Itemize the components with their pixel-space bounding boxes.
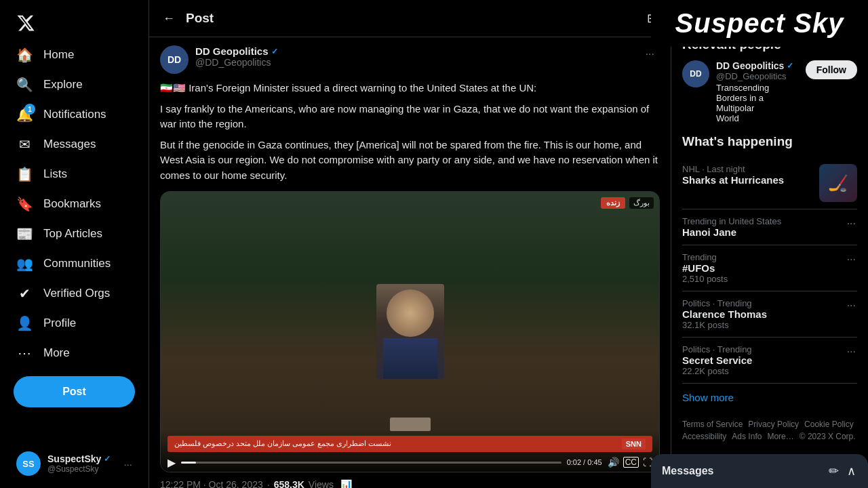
sidebar-item-verified-orgs[interactable]: ✔Verified Orgs [8, 279, 140, 308]
mute-icon[interactable]: 🔊 [608, 457, 619, 468]
post-text: 🇮🇷🇺🇸 Iran's Foreign Minister issued a di… [160, 81, 660, 183]
progress-bar[interactable] [181, 462, 561, 464]
post-meta: 12:22 PM · Oct 26, 2023 · 658.3K Views 📊 [160, 479, 660, 488]
sidebar-item-bookmarks[interactable]: 🔖Bookmarks [8, 189, 140, 219]
sidebar-user-handle: @SuspectSky [47, 464, 117, 474]
trend-item-clarence[interactable]: Politics · Trending Clarence Thomas 32.1… [682, 291, 857, 338]
footer-links: Terms of Service Privacy Policy Cookie P… [682, 411, 857, 449]
sidebar-item-label-lists: Lists [43, 167, 67, 181]
trend-more-secret[interactable]: ··· [846, 344, 857, 359]
messages-bar: Messages ✏ ∧ [651, 454, 868, 488]
relevant-avatar: DD [682, 60, 709, 87]
whats-happening-section: What's happening NHL · Last night Sharks… [682, 134, 857, 411]
author-verified-icon: ✓ [271, 47, 278, 56]
sidebar-user[interactable]: SS SuspectSky ✓ @SuspectSky ··· [8, 445, 140, 483]
trend-category-ufos: Trending [682, 252, 728, 262]
trend-name-nhl: Sharks at Hurricanes [682, 174, 784, 186]
relevant-bio: Transcending Borders in a Multipolar Wor… [716, 83, 799, 123]
trend-posts-secret: 22.2K posts [682, 366, 752, 376]
sidebar-item-messages[interactable]: ✉Messages [8, 129, 140, 159]
sidebar-item-label-verified-orgs: Verified Orgs [43, 287, 110, 300]
collapse-messages-button[interactable]: ∧ [846, 462, 857, 480]
post-line1: 🇮🇷🇺🇸 Iran's Foreign Minister issued a di… [160, 81, 660, 96]
profile-icon: 👤 [16, 315, 33, 331]
whats-happening-title: What's happening [682, 134, 857, 149]
cc-icon[interactable]: CC [623, 457, 639, 468]
trend-posts-ufos: 2,510 posts [682, 274, 728, 284]
verified-icon: ✓ [104, 454, 111, 464]
sidebar-item-profile[interactable]: 👤Profile [8, 308, 140, 338]
follow-button[interactable]: Follow [806, 60, 857, 79]
sidebar-item-home[interactable]: 🏠Home [8, 40, 140, 70]
trend-item-nhl[interactable]: NHL · Last night Sharks at Hurricanes 🏒 [682, 157, 857, 209]
footer-copyright: © 2023 X Corp. [800, 432, 856, 441]
play-button[interactable]: ▶ [167, 456, 176, 469]
post-para1: I say frankly to the Americans, who are … [160, 102, 660, 132]
footer-accessibility[interactable]: Accessibility [682, 432, 726, 441]
relevant-verified-icon: ✓ [787, 61, 793, 70]
channel-badge: بورگ [629, 197, 654, 209]
sidebar-item-label-messages: Messages [43, 138, 96, 151]
main-content: ← Post ⊞ DD DD Geopolitics ✓ @DD_Geopoli… [149, 0, 671, 488]
sidebar-item-label-explore: Explore [43, 78, 83, 92]
sidebar-item-explore[interactable]: 🔍Explore [8, 70, 140, 100]
trend-name-ufos: #UFOs [682, 262, 728, 274]
snn-badge: SNN [622, 439, 646, 449]
sidebar-item-label-top-articles: Top Articles [43, 227, 102, 241]
messages-icon: ✉ [16, 136, 33, 152]
top-articles-icon: 📰 [16, 226, 33, 242]
relevant-handle: @DD_Geopolitics [716, 71, 799, 81]
trend-name-hanoi: Hanoi Jane [682, 226, 781, 238]
communities-icon: 👥 [16, 256, 33, 272]
sidebar-item-more[interactable]: ⋯More [8, 338, 140, 368]
trend-more-ufos[interactable]: ··· [846, 252, 857, 267]
author-name: DD Geopolitics [195, 45, 269, 57]
sidebar-username: SuspectSky [47, 453, 101, 464]
progress-fill [181, 462, 196, 464]
post-author: DD DD Geopolitics ✓ @DD_Geopolitics ··· [160, 45, 660, 74]
footer-cookie[interactable]: Cookie Policy [804, 420, 854, 429]
footer-ads[interactable]: Ads Info [732, 432, 762, 441]
trend-category-hanoi: Trending in United States [682, 216, 781, 226]
sidebar-item-top-articles[interactable]: 📰Top Articles [8, 219, 140, 249]
sidebar-item-notifications[interactable]: 🔔1Notifications [8, 100, 140, 129]
sidebar-item-communities[interactable]: 👥Communities [8, 249, 140, 279]
trend-more-clarence[interactable]: ··· [846, 298, 857, 313]
show-more-link[interactable]: Show more [682, 384, 857, 411]
trend-item-ufos[interactable]: Trending #UFOs 2,510 posts ··· [682, 245, 857, 291]
trend-item-secret[interactable]: Politics · Trending Secret Service 22.2K… [682, 338, 857, 384]
views-count: 658.3K [274, 479, 304, 488]
trend-more-hanoi[interactable]: ··· [846, 216, 857, 231]
sidebar-item-lists[interactable]: 📋Lists [8, 159, 140, 189]
home-icon: 🏠 [16, 47, 33, 63]
sidebar-item-label-more: More [43, 346, 70, 360]
sidebar-item-label-home: Home [43, 48, 74, 62]
footer-more[interactable]: More… [767, 432, 793, 441]
suspect-sky-overlay: Suspect Sky [651, 0, 868, 47]
more-icon: ⋯ [16, 345, 33, 361]
trend-posts-clarence: 32.1K posts [682, 320, 767, 330]
back-button[interactable]: ← [160, 9, 178, 28]
suspect-sky-text: Suspect Sky [675, 8, 844, 39]
video-controls[interactable]: ▶ 0:02 / 0:45 🔊 CC ⛶ [167, 456, 652, 469]
post-more-button[interactable]: ··· [640, 45, 660, 63]
sidebar-item-label-profile: Profile [43, 317, 76, 330]
footer-terms[interactable]: Terms of Service [682, 420, 743, 429]
app-logo[interactable] [8, 5, 140, 37]
relevant-person: DD DD Geopolitics ✓ @DD_Geopolitics Tran… [682, 60, 857, 123]
video-time: 0:02 / 0:45 [567, 458, 602, 466]
compose-message-button[interactable]: ✏ [827, 462, 840, 480]
post-para2: But if the genocide in Gaza continues, t… [160, 138, 660, 184]
bookmarks-icon: 🔖 [16, 196, 33, 212]
sidebar-item-label-bookmarks: Bookmarks [43, 197, 101, 211]
trend-item-hanoi[interactable]: Trending in United States Hanoi Jane ··· [682, 209, 857, 245]
footer-privacy[interactable]: Privacy Policy [748, 420, 799, 429]
post-button[interactable]: Post [14, 376, 135, 407]
analytics-icon[interactable]: 📊 [340, 479, 352, 488]
notifications-icon: 🔔1 [16, 106, 33, 123]
post-timestamp: 12:22 PM · Oct 26, 2023 [160, 479, 263, 488]
messages-bar-title[interactable]: Messages [662, 465, 714, 477]
author-handle: @DD_Geopolitics [195, 57, 633, 68]
post-video[interactable]: زنده بورگ نشست اضطراری مجمع عمومی سازمان… [160, 191, 660, 472]
author-avatar[interactable]: DD [160, 45, 189, 74]
